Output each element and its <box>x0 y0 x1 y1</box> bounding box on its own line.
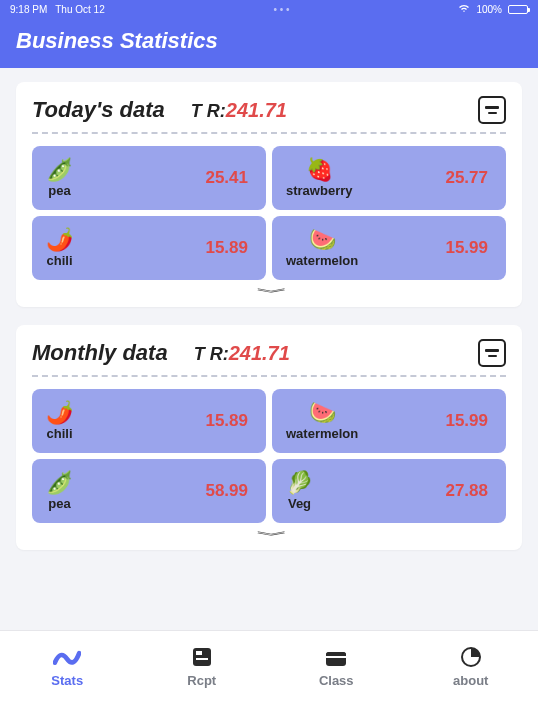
tab-label: Class <box>319 673 354 688</box>
tab-rcpt[interactable]: Rcpt <box>135 631 270 702</box>
stats-icon <box>53 645 81 669</box>
expand-toggle[interactable]: ︾ <box>32 523 506 542</box>
battery-pct: 100% <box>476 4 502 15</box>
tab-label: Rcpt <box>187 673 216 688</box>
watermelon-icon: 🍉 <box>309 229 336 251</box>
svg-rect-1 <box>196 651 202 655</box>
tile-label: strawberry <box>286 183 352 198</box>
tile-veg[interactable]: 🥬Veg 27.88 <box>272 459 506 523</box>
status-dots: • • • <box>274 4 290 15</box>
tile-value: 25.77 <box>445 168 488 188</box>
pea-icon: 🫛 <box>46 159 73 181</box>
tile-label: watermelon <box>286 253 358 268</box>
tile-value: 15.99 <box>445 238 488 258</box>
status-bar: 9:18 PM Thu Oct 12 • • • 100% <box>0 0 538 18</box>
battery-icon <box>508 5 528 14</box>
tile-value: 25.41 <box>205 168 248 188</box>
status-date: Thu Oct 12 <box>55 4 104 15</box>
tile-label: Veg <box>288 496 311 511</box>
divider <box>32 132 506 134</box>
tile-value: 27.88 <box>445 481 488 501</box>
expand-toggle[interactable]: ︾ <box>32 280 506 299</box>
tab-about[interactable]: about <box>404 631 539 702</box>
strawberry-icon: 🍓 <box>306 159 333 181</box>
wifi-icon <box>458 4 470 15</box>
receipt-icon[interactable] <box>478 96 506 124</box>
tile-value: 15.89 <box>205 238 248 258</box>
receipt-icon[interactable] <box>478 339 506 367</box>
class-icon <box>322 645 350 669</box>
content: Today's data T R:241.71 🫛pea 25.41 🍓stra… <box>0 68 538 550</box>
monthly-tr-label: T R: <box>194 344 229 364</box>
chili-icon: 🌶️ <box>46 402 73 424</box>
today-title: Today's data <box>32 97 165 123</box>
chili-icon: 🌶️ <box>46 229 73 251</box>
today-tr-value: 241.71 <box>226 99 287 121</box>
tab-stats[interactable]: Stats <box>0 631 135 702</box>
monthly-title: Monthly data <box>32 340 168 366</box>
tile-pea[interactable]: 🫛pea 25.41 <box>32 146 266 210</box>
monthly-card: Monthly data T R:241.71 🌶️chili 15.89 🍉w… <box>16 325 522 550</box>
today-tr-label: T R: <box>191 101 226 121</box>
tile-label: pea <box>48 496 70 511</box>
tile-label: watermelon <box>286 426 358 441</box>
tab-label: Stats <box>51 673 83 688</box>
tile-label: pea <box>48 183 70 198</box>
tile-value: 15.99 <box>445 411 488 431</box>
about-icon <box>457 645 485 669</box>
tab-class[interactable]: Class <box>269 631 404 702</box>
pea-icon: 🫛 <box>46 472 73 494</box>
divider <box>32 375 506 377</box>
tab-bar: Stats Rcpt Class about <box>0 630 538 702</box>
tile-label: chili <box>46 426 72 441</box>
today-card: Today's data T R:241.71 🫛pea 25.41 🍓stra… <box>16 82 522 307</box>
status-time: 9:18 PM <box>10 4 47 15</box>
watermelon-icon: 🍉 <box>309 402 336 424</box>
svg-rect-2 <box>196 658 208 660</box>
tile-value: 58.99 <box>205 481 248 501</box>
page-header: Business Statistics <box>0 18 538 68</box>
svg-rect-5 <box>326 656 346 658</box>
tile-label: chili <box>46 253 72 268</box>
tile-value: 15.89 <box>205 411 248 431</box>
page-title: Business Statistics <box>16 28 218 53</box>
tile-chili[interactable]: 🌶️chili 15.89 <box>32 216 266 280</box>
tile-chili[interactable]: 🌶️chili 15.89 <box>32 389 266 453</box>
monthly-tr-value: 241.71 <box>229 342 290 364</box>
tile-watermelon[interactable]: 🍉watermelon 15.99 <box>272 389 506 453</box>
veg-icon: 🥬 <box>286 472 313 494</box>
svg-rect-0 <box>193 648 211 666</box>
tile-watermelon[interactable]: 🍉watermelon 15.99 <box>272 216 506 280</box>
tile-strawberry[interactable]: 🍓strawberry 25.77 <box>272 146 506 210</box>
receipt-icon <box>188 645 216 669</box>
tab-label: about <box>453 673 488 688</box>
tile-pea[interactable]: 🫛pea 58.99 <box>32 459 266 523</box>
